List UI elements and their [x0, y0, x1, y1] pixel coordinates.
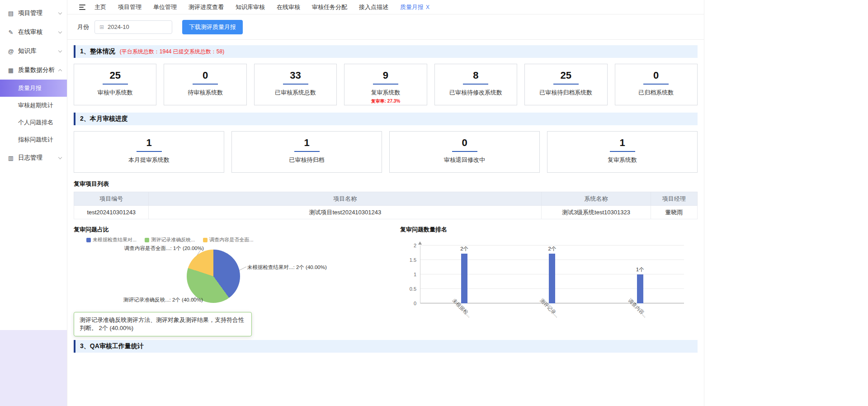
- stat-underline: [643, 84, 669, 85]
- bar-value-label: 2个: [548, 245, 557, 252]
- tab-item[interactable]: 测评进度查看: [189, 3, 224, 11]
- tab-item[interactable]: 主页: [94, 3, 106, 11]
- pie-slice-label: 未根据检查结果对...: 2个 (40.00%): [247, 264, 327, 271]
- bar[interactable]: [461, 254, 467, 303]
- table-header-cell: 项目名称: [149, 192, 542, 206]
- pie[interactable]: [187, 250, 240, 303]
- pie-chart-title: 复审问题占比: [74, 226, 386, 234]
- overall-card: 9复审系统数复审率: 27.3%: [344, 64, 427, 105]
- month-value: 2024-10: [108, 24, 129, 30]
- sidebar: ▤项目管理✎在线审核@知识库▦质量数据分析质量月报审核超期统计个人问题排名指标问…: [0, 0, 67, 406]
- monthly-card: 1复审系统数: [547, 131, 698, 173]
- stat-label: 复审系统数: [547, 156, 697, 164]
- x-tick: 调查内容...: [596, 303, 684, 324]
- building-icon: ▤: [7, 10, 14, 17]
- sidebar-item-knowledge-base[interactable]: @知识库: [0, 42, 67, 61]
- stat-underline: [373, 84, 398, 85]
- section-overall-title: 1、整体情况: [80, 47, 115, 56]
- download-report-button[interactable]: 下载测评质量月报: [182, 20, 243, 34]
- sidebar-item-quality-analysis[interactable]: ▦质量数据分析: [0, 61, 67, 80]
- chevron-up-icon: [58, 69, 62, 72]
- bar-columns: 2个2个1个: [420, 245, 684, 303]
- legend-label: 调查内容是否全面...: [209, 236, 253, 243]
- section-qa-title: 3、QA审核工作量统计: [80, 342, 144, 350]
- tab-item[interactable]: 项目管理: [118, 3, 142, 11]
- stat-underline: [193, 84, 218, 85]
- x-axis-labels: 未根据检...测评记录...调查内容...: [420, 303, 684, 324]
- sidebar-item-online-review[interactable]: ✎在线审核: [0, 23, 67, 42]
- monthly-stat-cards: 1本月提审系统数1已审核待归档0审核退回修改中1复审系统数: [74, 131, 698, 173]
- monthly-card: 1本月提审系统数: [74, 131, 224, 173]
- table-cell: 测试3级系统test10301323: [542, 206, 651, 219]
- edit-icon: ✎: [7, 29, 14, 36]
- stat-underline: [137, 151, 162, 152]
- overall-card: 33已审核系统总数: [254, 64, 337, 105]
- bar[interactable]: [549, 254, 555, 303]
- legend-label: 测评记录准确反映...: [151, 236, 195, 243]
- stat-value: 25: [74, 70, 156, 81]
- chat-bubble-icon: @: [7, 48, 14, 55]
- table-cell: 测试项目test202410301243: [149, 206, 542, 219]
- sidebar-item-label: 质量数据分析: [18, 66, 55, 74]
- section-monthly-title: 2、本月审核进度: [80, 115, 128, 123]
- sidebar-item-label: 日志管理: [18, 154, 55, 162]
- collapse-menu-icon[interactable]: [79, 5, 85, 10]
- calendar-icon: ⊞: [99, 24, 104, 30]
- bar[interactable]: [637, 274, 643, 303]
- stat-label: 已审核待归档: [232, 156, 382, 164]
- sidebar-item-log-mgmt[interactable]: ▥日志管理: [0, 148, 67, 167]
- sidebar-item-label: 项目管理: [18, 9, 55, 17]
- sidebar-subitem[interactable]: 个人问题排名: [0, 114, 67, 131]
- table-row[interactable]: test202410301243测试项目test202410301243测试3级…: [74, 206, 698, 219]
- overall-card: 8已审核待修改系统数: [434, 64, 517, 105]
- table-cell: 董晓雨: [651, 206, 697, 219]
- sidebar-item-project-mgmt[interactable]: ▤项目管理: [0, 4, 67, 23]
- legend-item[interactable]: 未根据检查结果对...: [86, 236, 137, 243]
- tab-close-icon[interactable]: X: [426, 4, 429, 10]
- legend-swatch: [145, 238, 149, 242]
- y-tick-label: 0: [414, 301, 416, 306]
- y-axis-arrow-icon: [418, 240, 422, 245]
- overall-stat-cards: 25审核中系统数0待审核系统数33已审核系统总数9复审系统数复审率: 27.3%…: [74, 64, 698, 105]
- sidebar-subitem[interactable]: 指标问题统计: [0, 131, 67, 148]
- table-header-cell: 系统名称: [542, 192, 651, 206]
- filter-bar: 月份 ⊞ 2024-10 下载测评质量月报: [67, 14, 704, 40]
- sidebar-subitem[interactable]: 审核超期统计: [0, 97, 67, 114]
- chevron-down-icon: [58, 29, 62, 33]
- bar-chart-block: 复审问题数量排名 00.511.522个2个1个 未根据检...测评记录...调…: [386, 226, 698, 336]
- chevron-down-icon: [58, 48, 62, 52]
- tab-item[interactable]: 质量月报X: [400, 3, 429, 11]
- tab-item[interactable]: 单位管理: [153, 3, 177, 11]
- month-picker-input[interactable]: ⊞ 2024-10: [94, 20, 172, 34]
- stat-label: 已审核系统总数: [255, 89, 336, 97]
- legend-item[interactable]: 测评记录准确反映...: [145, 236, 195, 243]
- chevron-down-icon: [58, 10, 62, 14]
- y-tick-label: 1.5: [410, 257, 416, 263]
- stat-value: 1: [74, 137, 224, 149]
- monthly-card: 0审核退回修改中: [389, 131, 540, 173]
- stat-value: 25: [525, 70, 607, 81]
- section-monthly-header: 2、本月审核进度: [74, 113, 698, 125]
- sidebar-subitem[interactable]: 质量月报: [0, 80, 67, 97]
- tab-list: 主页项目管理单位管理测评进度查看知识库审核在线审核审核任务分配接入点描述质量月报…: [94, 3, 429, 11]
- legend-item[interactable]: 调查内容是否全面...: [203, 236, 253, 243]
- pie-chart-block: 复审问题占比 未根据检查结果对...测评记录准确反映...调查内容是否全面...…: [74, 226, 386, 336]
- y-tick-label: 0.5: [410, 286, 416, 292]
- stat-value: 33: [255, 70, 336, 81]
- tab-item[interactable]: 在线审核: [277, 3, 300, 11]
- sidebar-footer: [0, 330, 67, 406]
- stat-underline: [103, 84, 128, 85]
- stat-label: 本月提审系统数: [74, 156, 224, 164]
- tab-item[interactable]: 知识库审核: [236, 3, 265, 11]
- sidebar-menu: ▤项目管理✎在线审核@知识库▦质量数据分析质量月报审核超期统计个人问题排名指标问…: [0, 0, 67, 167]
- pie-legend: 未根据检查结果对...测评记录准确反映...调查内容是否全面...: [74, 236, 386, 243]
- bar-value-label: 2个: [460, 245, 468, 252]
- tab-item[interactable]: 接入点描述: [359, 3, 388, 11]
- bar-value-label: 1个: [636, 266, 644, 273]
- month-label: 月份: [77, 23, 89, 31]
- pie-slice-label: 测评记录准确反映...: 2个 (40.00%): [123, 297, 203, 303]
- table-header-cell: 项目编号: [74, 192, 149, 206]
- legend-swatch: [86, 238, 91, 242]
- table-header-cell: 项目经理: [651, 192, 697, 206]
- tab-item[interactable]: 审核任务分配: [312, 3, 347, 11]
